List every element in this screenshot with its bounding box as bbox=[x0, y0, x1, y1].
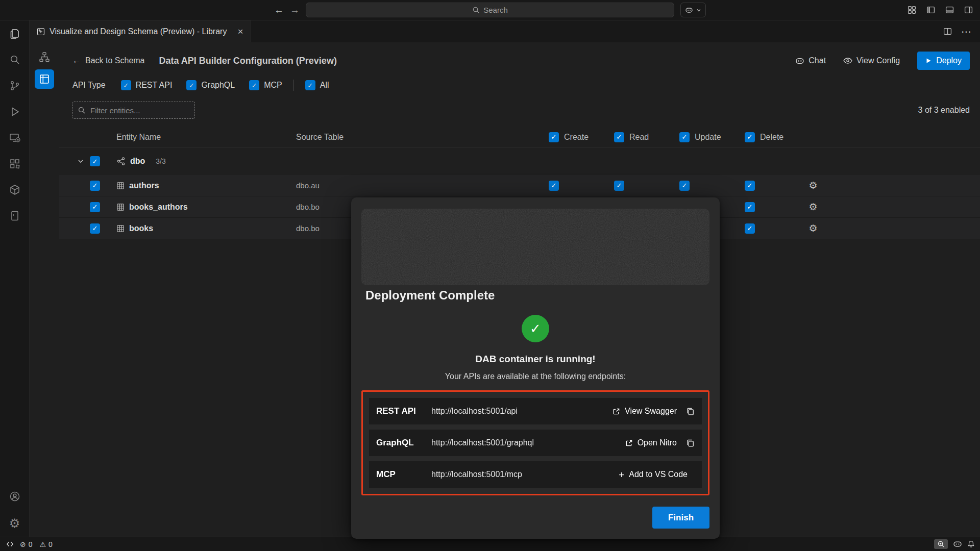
copy-icon[interactable] bbox=[686, 407, 695, 416]
external-link-icon bbox=[612, 408, 620, 415]
dialog-title: Deployment Complete bbox=[365, 288, 709, 303]
api-type-rest[interactable]: REST API bbox=[121, 80, 173, 90]
api-type-graphql[interactable]: GraphQL bbox=[186, 80, 235, 90]
delete-checkbox[interactable] bbox=[745, 202, 755, 212]
row-settings-gear-icon[interactable]: ⚙ bbox=[807, 180, 819, 191]
update-checkbox[interactable] bbox=[679, 181, 690, 191]
explorer-icon[interactable] bbox=[9, 28, 21, 40]
editor-content: ← Back to Schema Data API Builder Config… bbox=[30, 42, 980, 537]
toggle-sidebar-right-icon[interactable] bbox=[964, 6, 973, 14]
search-sidebar-icon[interactable] bbox=[9, 54, 21, 66]
read-checkbox[interactable] bbox=[614, 181, 624, 191]
copilot-icon bbox=[685, 7, 693, 14]
dab-running-status: DAB container is running! bbox=[361, 354, 709, 365]
delete-all-checkbox[interactable] bbox=[745, 132, 755, 142]
entity-name: authors bbox=[129, 181, 159, 190]
error-icon: ⊘ bbox=[20, 540, 26, 548]
delete-checkbox[interactable] bbox=[745, 223, 755, 234]
entity-name: books_authors bbox=[129, 203, 188, 212]
row-select-checkbox[interactable] bbox=[90, 181, 100, 191]
remote-explorer-icon[interactable] bbox=[9, 132, 21, 144]
api-type-mcp[interactable]: MCP bbox=[249, 80, 282, 90]
row-select-checkbox[interactable] bbox=[90, 202, 100, 212]
open-nitro-link[interactable]: Open Nitro bbox=[625, 438, 677, 447]
finish-button[interactable]: Finish bbox=[652, 507, 709, 529]
status-bar: ⊘ 0 ⚠ 0 bbox=[0, 537, 980, 551]
row-settings-gear-icon[interactable]: ⚙ bbox=[807, 201, 819, 213]
filter-entities-input[interactable] bbox=[72, 102, 195, 119]
update-all-checkbox[interactable] bbox=[679, 132, 690, 142]
history-forward-button[interactable]: → bbox=[290, 5, 300, 16]
chevron-down-icon bbox=[696, 8, 701, 13]
history-back-button[interactable]: ← bbox=[274, 5, 284, 16]
chat-label: Chat bbox=[808, 56, 826, 65]
table-config-icon bbox=[39, 73, 50, 85]
container-cube-icon[interactable] bbox=[9, 184, 21, 196]
back-to-schema-link[interactable]: ← Back to Schema bbox=[72, 56, 145, 65]
warning-icon: ⚠ bbox=[40, 540, 46, 548]
all-checkbox[interactable] bbox=[305, 80, 315, 90]
chat-button[interactable]: Chat bbox=[795, 56, 826, 65]
extensions-icon[interactable] bbox=[9, 158, 21, 170]
problems-indicator[interactable]: ⊘ 0 ⚠ 0 bbox=[20, 540, 53, 548]
table-row-authors[interactable]: authors dbo.au ⚙ bbox=[59, 175, 980, 196]
row-settings-gear-icon[interactable]: ⚙ bbox=[807, 222, 819, 234]
copy-icon[interactable] bbox=[686, 439, 695, 447]
eye-icon bbox=[843, 57, 852, 64]
col-entity-name: Entity Name bbox=[110, 133, 296, 142]
zoom-indicator[interactable] bbox=[934, 539, 948, 549]
editor-actions-more-icon[interactable]: ⋯ bbox=[961, 26, 972, 38]
mcp-checkbox[interactable] bbox=[249, 80, 259, 90]
split-editor-icon[interactable] bbox=[943, 27, 952, 36]
command-center-search[interactable]: Search bbox=[306, 3, 674, 17]
toggle-panel-bottom-icon[interactable] bbox=[945, 6, 954, 14]
layout-grid-icon[interactable] bbox=[908, 6, 916, 14]
deploy-button[interactable]: Deploy bbox=[917, 52, 970, 70]
search-placeholder-text: Search bbox=[483, 6, 508, 14]
deploy-label: Deploy bbox=[936, 56, 962, 65]
toggle-sidebar-left-icon[interactable] bbox=[926, 6, 935, 14]
endpoint-label: REST API bbox=[376, 406, 431, 416]
tab-close-icon[interactable]: × bbox=[237, 27, 243, 36]
delete-checkbox[interactable] bbox=[745, 181, 755, 191]
col-update: Update bbox=[679, 132, 745, 142]
source-control-icon[interactable] bbox=[9, 80, 21, 92]
remote-chevrons-icon bbox=[6, 541, 14, 547]
remote-indicator[interactable] bbox=[6, 541, 14, 547]
table-config-tool-active[interactable] bbox=[35, 69, 54, 89]
accounts-icon[interactable] bbox=[9, 490, 21, 503]
add-to-vscode-link[interactable]: + Add to VS Code bbox=[619, 470, 688, 480]
create-all-checkbox[interactable] bbox=[549, 132, 559, 142]
schema-designer-icon[interactable] bbox=[39, 52, 50, 63]
enabled-summary: 3 of 3 enabled bbox=[918, 106, 970, 115]
graphql-checkbox[interactable] bbox=[186, 80, 197, 90]
table-header-row: Entity Name Source Table Create Read Upd… bbox=[59, 127, 980, 147]
endpoints-subtitle: Your APIs are available at the following… bbox=[361, 372, 709, 381]
api-type-all[interactable]: All bbox=[305, 80, 329, 90]
notifications-bell-icon[interactable] bbox=[967, 540, 975, 548]
copilot-menu-button[interactable] bbox=[680, 3, 706, 17]
database-icon[interactable] bbox=[9, 210, 21, 222]
view-swagger-link[interactable]: View Swagger bbox=[612, 407, 677, 416]
play-icon bbox=[925, 58, 932, 64]
group-select-checkbox[interactable] bbox=[90, 156, 100, 166]
api-type-label: API Type bbox=[72, 81, 106, 90]
create-checkbox[interactable] bbox=[549, 181, 559, 191]
plus-icon: + bbox=[619, 470, 624, 480]
view-config-button[interactable]: View Config bbox=[843, 56, 900, 65]
row-select-checkbox[interactable] bbox=[90, 223, 100, 234]
settings-gear-icon[interactable]: ⚙ bbox=[9, 516, 20, 531]
chevron-down-icon[interactable] bbox=[71, 158, 90, 165]
col-create: Create bbox=[549, 132, 614, 142]
zoom-in-icon bbox=[937, 540, 945, 548]
tab-visualize-design-schema[interactable]: Visualize and Design Schema (Preview) - … bbox=[30, 20, 251, 42]
copilot-status-icon[interactable] bbox=[953, 540, 962, 548]
rest-api-checkbox[interactable] bbox=[121, 80, 131, 90]
read-all-checkbox[interactable] bbox=[614, 132, 624, 142]
back-to-schema-label: Back to Schema bbox=[85, 56, 145, 65]
vscode-window: ← → Search bbox=[0, 0, 980, 551]
warning-count: 0 bbox=[48, 540, 53, 548]
run-debug-icon[interactable] bbox=[9, 106, 21, 118]
schema-group-row[interactable]: dbo 3/3 bbox=[59, 147, 980, 175]
all-label: All bbox=[320, 81, 329, 90]
